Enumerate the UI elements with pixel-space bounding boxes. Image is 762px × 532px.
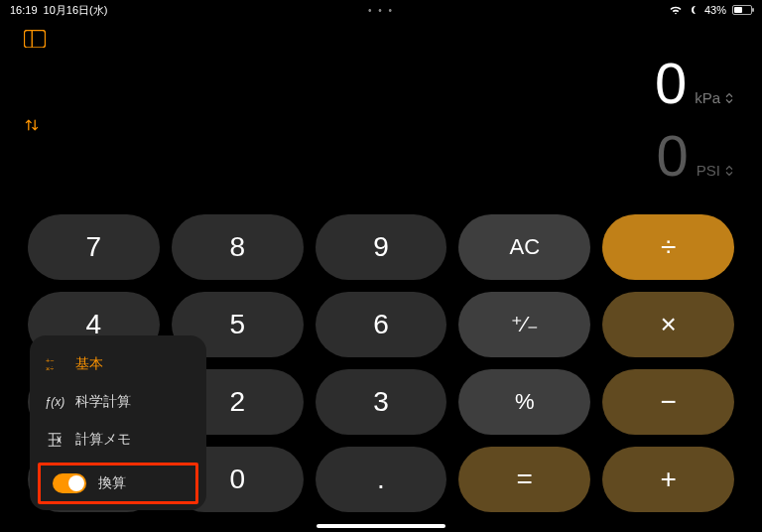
swap-units-icon[interactable]	[24, 117, 40, 133]
key-6[interactable]: 6	[316, 292, 447, 357]
function-icon: ƒ(x)	[46, 393, 64, 411]
chevron-updown-icon	[724, 164, 734, 178]
display-area: 0 kPa 0 PSI	[655, 50, 734, 189]
mode-convert[interactable]: 換算	[38, 463, 198, 504]
chevron-updown-icon	[724, 91, 734, 105]
sidebar-toggle-icon[interactable]	[24, 30, 46, 48]
battery-percent: 43%	[704, 4, 726, 16]
key-sign[interactable]: ⁺⁄₋	[458, 292, 590, 357]
primary-value: 0	[655, 50, 687, 116]
multitask-dots[interactable]: • • •	[368, 5, 394, 16]
key-decimal[interactable]: .	[316, 447, 447, 512]
key-3[interactable]: 3	[316, 369, 447, 435]
battery-icon	[732, 5, 752, 15]
mode-scientific[interactable]: ƒ(x) 科学計算	[30, 383, 206, 421]
key-clear[interactable]: AC	[458, 214, 590, 280]
status-time: 16:19	[10, 4, 38, 16]
home-indicator[interactable]	[317, 524, 445, 528]
key-9[interactable]: 9	[316, 214, 447, 280]
math-notes-icon	[46, 431, 64, 449]
key-percent[interactable]: %	[458, 369, 590, 435]
status-date: 10月16日(水)	[44, 3, 108, 18]
wifi-icon	[669, 5, 683, 15]
key-7[interactable]: 7	[28, 214, 160, 280]
status-bar: 16:19 10月16日(水) • • • 43%	[0, 0, 762, 20]
mode-notes[interactable]: 計算メモ	[30, 421, 206, 459]
mode-basic[interactable]: +−×÷ 基本	[30, 345, 206, 383]
mode-popup: +−×÷ 基本 ƒ(x) 科学計算 計算メモ 換算	[30, 335, 206, 510]
key-plus[interactable]: +	[602, 447, 734, 512]
svg-rect-0	[24, 30, 45, 47]
primary-unit-selector[interactable]: kPa	[695, 89, 734, 106]
convert-toggle[interactable]	[53, 473, 86, 493]
svg-text:×÷: ×÷	[46, 364, 54, 373]
moon-icon	[689, 5, 698, 15]
key-minus[interactable]: −	[602, 369, 734, 435]
secondary-unit-selector[interactable]: PSI	[697, 162, 734, 179]
key-8[interactable]: 8	[172, 214, 304, 280]
key-equals[interactable]: =	[458, 447, 590, 512]
secondary-value: 0	[657, 122, 689, 189]
key-multiply[interactable]: ×	[602, 292, 734, 357]
key-divide[interactable]: ÷	[602, 214, 734, 280]
basic-math-icon: +−×÷	[46, 355, 64, 373]
